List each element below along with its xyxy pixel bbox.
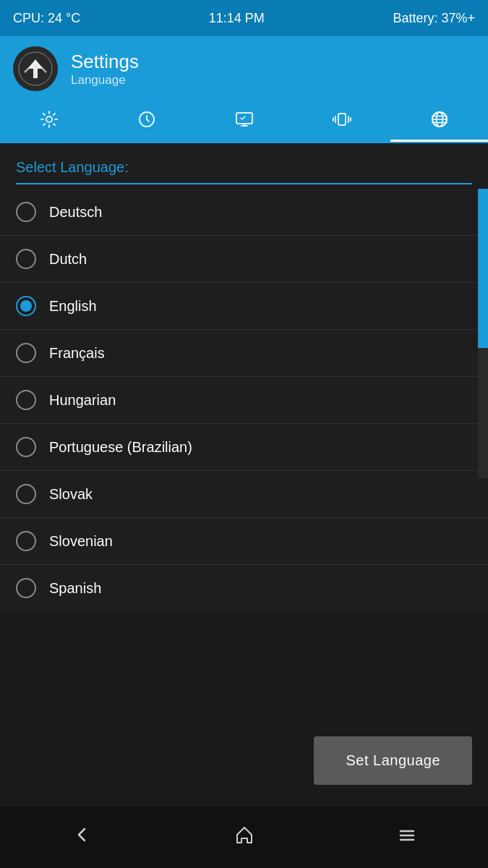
tab-settings[interactable] (0, 101, 98, 142)
header-subtitle: Language (71, 73, 139, 88)
clock-icon (137, 110, 156, 133)
vibrate-icon (333, 110, 351, 133)
language-label-deutsch: Deutsch (49, 204, 102, 221)
battery-status: Battery: 37%+ (393, 11, 475, 26)
language-item-slovenian[interactable]: Slovenian (0, 518, 488, 565)
language-label-hungarian: Hungarian (49, 392, 116, 409)
scroll-thumb[interactable] (478, 189, 488, 348)
cpu-status: CPU: 24 °C (13, 11, 80, 26)
app-icon (13, 46, 58, 91)
radio-deutsch (16, 202, 36, 222)
display-icon (235, 110, 254, 133)
section-header: Select Language: (0, 143, 488, 183)
section-divider (16, 183, 472, 184)
svg-rect-4 (338, 114, 346, 125)
tab-language[interactable] (390, 101, 488, 142)
button-area: Set Language (314, 736, 472, 785)
nav-bar (0, 807, 488, 868)
tab-display[interactable] (195, 101, 293, 142)
language-label-slovenian: Slovenian (49, 533, 113, 550)
tab-bar (0, 101, 488, 143)
content-area: Select Language: DeutschDutchEnglishFran… (0, 143, 488, 611)
section-title: Select Language: (16, 159, 129, 175)
language-label-dutch: Dutch (49, 251, 87, 268)
language-label-english: English (49, 298, 97, 315)
header-title: Settings (71, 51, 139, 73)
language-list-container: DeutschDutchEnglishFrançaisHungarianPort… (0, 189, 488, 611)
home-button[interactable] (213, 817, 276, 857)
language-label-spanish: Spanish (49, 580, 101, 597)
tab-vibration[interactable] (293, 101, 390, 142)
app-header: Settings Language (0, 36, 488, 101)
header-titles: Settings Language (71, 51, 139, 88)
home-icon (234, 825, 254, 850)
radio-slovenian (16, 531, 36, 551)
gear-icon (40, 110, 59, 133)
language-label-portuguese-brazilian: Portuguese (Brazilian) (49, 439, 192, 456)
set-language-button[interactable]: Set Language (314, 736, 472, 785)
radio-english (16, 296, 36, 316)
radio-portuguese-brazilian (16, 437, 36, 457)
svg-rect-3 (236, 113, 252, 124)
svg-point-1 (46, 116, 52, 122)
radio-francais (16, 343, 36, 363)
time-status: 11:14 PM (209, 11, 265, 26)
radio-spanish (16, 578, 36, 598)
radio-hungarian (16, 390, 36, 410)
status-bar: CPU: 24 °C 11:14 PM Battery: 37%+ (0, 0, 488, 36)
language-item-francais[interactable]: Français (0, 330, 488, 377)
language-list: DeutschDutchEnglishFrançaisHungarianPort… (0, 189, 488, 611)
language-item-slovak[interactable]: Slovak (0, 471, 488, 518)
menu-icon (397, 825, 417, 850)
radio-slovak (16, 484, 36, 504)
globe-icon (430, 110, 449, 133)
language-label-francais: Français (49, 345, 105, 362)
language-label-slovak: Slovak (49, 486, 93, 503)
radio-dutch (16, 249, 36, 269)
language-item-dutch[interactable]: Dutch (0, 236, 488, 283)
scroll-track[interactable] (478, 189, 488, 478)
language-item-spanish[interactable]: Spanish (0, 565, 488, 611)
tab-history[interactable] (98, 101, 195, 142)
back-button[interactable] (50, 817, 114, 857)
language-item-hungarian[interactable]: Hungarian (0, 377, 488, 424)
back-icon (72, 825, 92, 850)
menu-button[interactable] (375, 817, 439, 857)
language-item-english[interactable]: English (0, 283, 488, 330)
language-item-portuguese-brazilian[interactable]: Portuguese (Brazilian) (0, 424, 488, 471)
language-item-deutsch[interactable]: Deutsch (0, 189, 488, 236)
